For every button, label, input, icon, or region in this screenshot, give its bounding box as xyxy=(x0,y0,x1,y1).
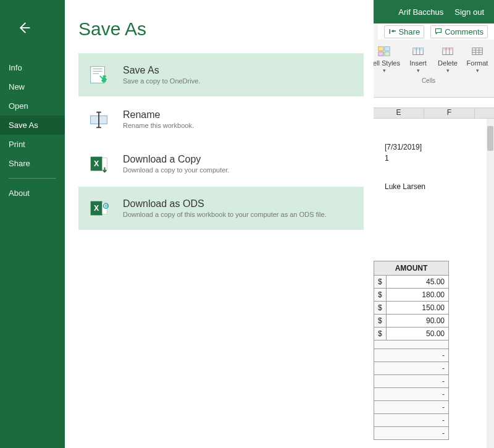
amount-cell[interactable]: 45.00 xyxy=(386,276,448,289)
chevron-down-icon: ▾ xyxy=(476,67,479,74)
amount-cell[interactable]: 150.00 xyxy=(386,302,448,315)
currency-cell[interactable]: $ xyxy=(374,302,387,315)
ribbon-tabs-right: Share Comments xyxy=(378,23,494,40)
dash-cell[interactable]: - xyxy=(374,388,449,401)
dash-cell[interactable]: - xyxy=(374,427,449,440)
back-button[interactable] xyxy=(12,16,36,40)
nav-print[interactable]: Print xyxy=(0,135,65,154)
option-title: Download as ODS xyxy=(123,198,327,209)
svg-rect-3 xyxy=(379,52,383,56)
currency-cell[interactable]: $ xyxy=(374,276,387,289)
ribbon-group-cells: Cell Styles ▾ Insert ▾ Delete ▾ Format ▾… xyxy=(363,42,494,97)
scrollbar-thumb[interactable] xyxy=(487,126,493,151)
svg-rect-13 xyxy=(472,48,483,55)
grid-area[interactable]: [7/31/2019] 1 Luke Larsen 0 00 00 00 00 … xyxy=(374,119,487,448)
excel-download-icon: X xyxy=(86,151,112,177)
nav-info[interactable]: Info xyxy=(0,58,65,77)
nav-save-as[interactable]: Save As xyxy=(0,116,65,135)
username-label[interactable]: Arif Bacchus xyxy=(398,7,443,17)
option-desc: Save a copy to OneDrive. xyxy=(123,77,200,85)
cell-styles-icon xyxy=(377,44,391,58)
vertical-scrollbar[interactable] xyxy=(487,119,494,448)
comments-button[interactable]: Comments xyxy=(430,25,488,38)
amount-cell[interactable]: 180.00 xyxy=(386,289,448,302)
nav-open[interactable]: Open xyxy=(0,96,65,116)
option-title: Rename xyxy=(123,109,194,120)
save-as-icon xyxy=(86,62,112,88)
cell-one[interactable]: 1 xyxy=(381,152,393,164)
nav-divider xyxy=(9,178,56,179)
dash-cell[interactable]: - xyxy=(374,349,449,362)
option-download-copy[interactable]: X Download a Copy Download a copy to you… xyxy=(78,142,364,185)
backstage-panel: Info New Open Save As Print Share About … xyxy=(0,0,374,448)
rename-icon xyxy=(86,106,112,132)
svg-rect-6 xyxy=(413,48,424,51)
backstage-sidebar: Info New Open Save As Print Share About xyxy=(0,0,65,448)
amount-table[interactable]: AMOUNT $45.00 $180.00 $150.00 $90.00 $50… xyxy=(374,261,449,440)
option-save-as[interactable]: Save As Save a copy to OneDrive. xyxy=(78,53,364,96)
svg-rect-1 xyxy=(379,47,383,51)
empty-cell[interactable] xyxy=(374,340,449,349)
share-label: Share xyxy=(398,27,420,36)
ribbon-group-label: Cells xyxy=(422,77,435,84)
format-button[interactable]: Format ▾ xyxy=(466,44,489,74)
amount-cell[interactable]: 90.00 xyxy=(386,315,448,328)
dash-cell[interactable]: - xyxy=(374,414,449,427)
dash-cell[interactable]: - xyxy=(374,362,449,375)
option-download-ods[interactable]: X Download as ODS Download a copy of thi… xyxy=(78,187,364,230)
format-icon xyxy=(471,44,484,58)
amount-cell[interactable]: 50.00 xyxy=(386,328,448,340)
page-title: Save As xyxy=(78,19,364,40)
cell-date[interactable]: [7/31/2019] xyxy=(381,141,425,153)
currency-cell[interactable]: $ xyxy=(374,328,387,340)
signout-link[interactable]: Sign out xyxy=(454,7,484,17)
amount-header: AMOUNT xyxy=(374,261,449,276)
col-header-e[interactable]: E xyxy=(374,108,424,118)
insert-icon xyxy=(411,44,425,58)
option-title: Save As xyxy=(123,65,200,76)
option-desc: Download a copy of this workbook to your… xyxy=(123,211,327,218)
chevron-down-icon: ▾ xyxy=(417,67,420,74)
nav-about[interactable]: About xyxy=(0,184,65,203)
currency-cell[interactable]: $ xyxy=(374,289,387,302)
chevron-down-icon: ▾ xyxy=(446,67,450,74)
format-label: Format xyxy=(467,59,488,67)
chevron-down-icon: ▾ xyxy=(383,67,386,74)
svg-rect-2 xyxy=(385,47,390,51)
svg-text:X: X xyxy=(94,204,99,213)
delete-label: Delete xyxy=(438,59,458,67)
comment-icon xyxy=(435,28,442,35)
col-header-f[interactable]: F xyxy=(424,108,475,118)
svg-text:X: X xyxy=(94,159,99,168)
delete-icon xyxy=(441,44,454,58)
svg-rect-4 xyxy=(385,52,390,56)
back-arrow-icon xyxy=(15,19,33,36)
svg-rect-10 xyxy=(443,48,453,51)
cell-name[interactable]: Luke Larsen xyxy=(381,180,429,193)
delete-button[interactable]: Delete ▾ xyxy=(436,44,459,74)
insert-button[interactable]: Insert ▾ xyxy=(406,44,430,74)
dash-cell[interactable]: - xyxy=(374,375,449,388)
insert-label: Insert xyxy=(409,59,427,67)
option-desc: Rename this workbook. xyxy=(123,122,194,129)
dash-cell[interactable]: - xyxy=(374,401,449,414)
option-desc: Download a copy to your computer. xyxy=(123,166,229,174)
nav-share[interactable]: Share xyxy=(0,154,65,173)
share-icon xyxy=(388,28,396,35)
share-button[interactable]: Share xyxy=(384,25,424,38)
option-rename[interactable]: Rename Rename this workbook. xyxy=(78,98,364,141)
comments-label: Comments xyxy=(445,27,484,36)
column-headers: E F xyxy=(374,108,494,119)
excel-ods-icon: X xyxy=(86,195,112,221)
svg-rect-0 xyxy=(390,29,391,34)
backstage-main: Save As Save As Save a copy to OneDrive.… xyxy=(65,0,374,448)
currency-cell[interactable]: $ xyxy=(374,315,387,328)
nav-new[interactable]: New xyxy=(0,77,65,96)
option-title: Download a Copy xyxy=(123,154,229,165)
